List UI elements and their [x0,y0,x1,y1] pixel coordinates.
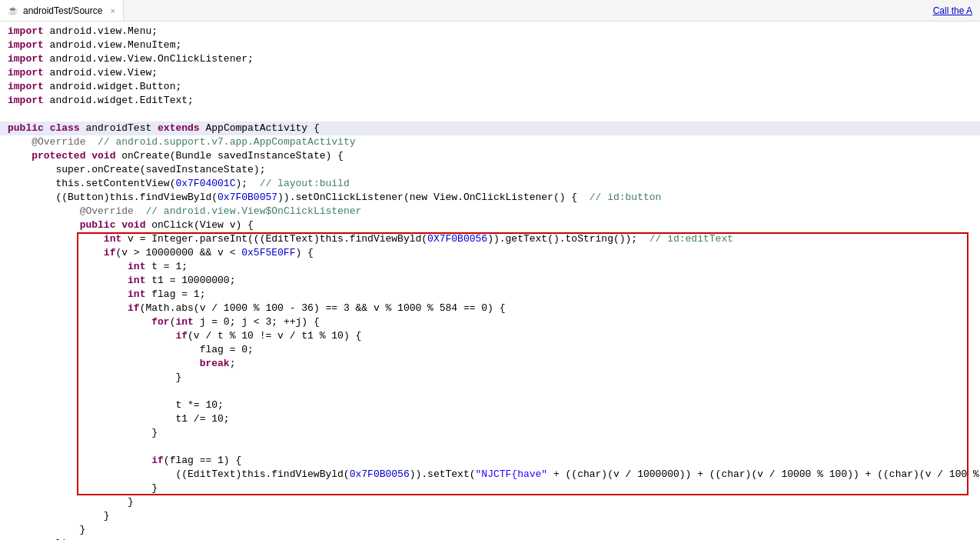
tab-label: androidTest/Source [23,5,102,16]
code-line: t1 /= 10; [0,412,980,426]
code-line: } [0,482,980,495]
code-line: int t = 1; [0,260,980,274]
code-line: import android.view.View; [0,66,980,80]
code-line [0,385,980,398]
code-line: }); [0,537,980,540]
code-line: ((Button)this.findViewByld(0x7F0B0057)).… [0,191,980,205]
code-line: t *= 10; [0,398,980,412]
code-line: public class androidTest extends AppComp… [0,122,980,135]
code-line [0,440,980,454]
code-line: public void onClick(View v) { [0,218,980,232]
code-line: flag = 0; [0,343,980,357]
code-line: int flag = 1; [0,288,980,302]
code-line: import android.widget.EditText; [0,94,980,108]
code-line: int v = Integer.parseInt(((EditText)this… [0,232,980,246]
code-line [0,108,980,122]
code-line: } [0,371,980,385]
code-line: } [0,426,980,440]
code-line: } [0,509,980,523]
code-line: @Override // android.support.v7.app.AppC… [0,135,980,149]
code-line: if(Math.abs(v / 1000 % 100 - 36) == 3 &&… [0,302,980,315]
tab-androidtest[interactable]: ☕ androidTest/Source × [0,0,124,21]
code-line: } [0,495,980,509]
code-line: import android.view.Menu; [0,25,980,38]
tab-close-button[interactable]: × [110,6,115,15]
tab-icon: ☕ [8,5,18,15]
code-line: if(flag == 1) { [0,454,980,468]
code-line: if(v / t % 10 != v / t1 % 10) { [0,329,980,343]
code-line: import android.widget.Button; [0,80,980,94]
code-line: if(v > 10000000 && v < 0x5F5E0FF) { [0,246,980,260]
tab-bar: ☕ androidTest/Source × Call the A [0,0,980,22]
code-line: } [0,523,980,537]
code-line: this.setContentView(0x7F04001C); // layo… [0,177,980,191]
code-line: for(int j = 0; j < 3; ++j) { [0,315,980,329]
code-line: import android.view.View.OnClickListener… [0,52,980,66]
code-line: super.onCreate(savedInstanceState); [0,163,980,177]
code-line: @Override // android.view.View$OnClickLi… [0,205,980,218]
code-line: break; [0,357,980,371]
code-line: protected void onCreate(Bundle savedInst… [0,149,980,163]
code-line: int t1 = 10000000; [0,274,980,288]
code-line: import android.view.MenuItem; [0,38,980,52]
code-area: import android.view.Menu;import android.… [0,22,980,540]
top-right-link[interactable]: Call the A [933,5,980,16]
code-line: ((EditText)this.findViewByld(0x7F0B0056)… [0,468,980,482]
